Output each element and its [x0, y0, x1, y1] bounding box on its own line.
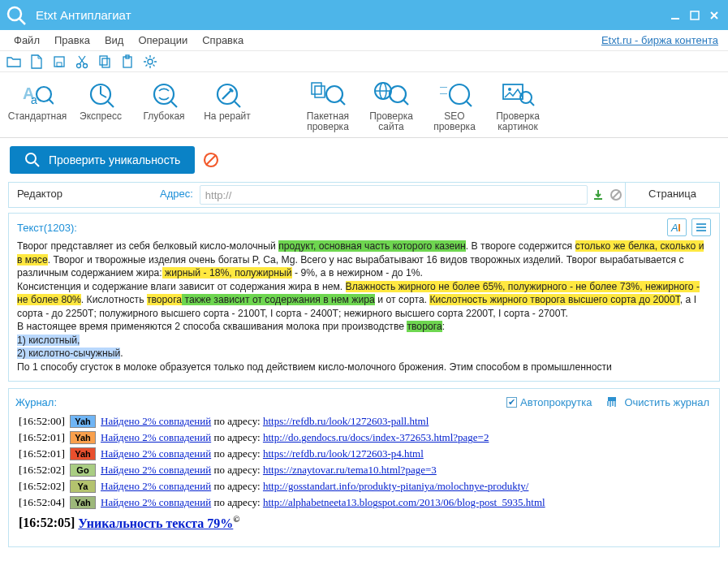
editor-panel: Текст(1203): A Творог представляет из се…: [8, 213, 720, 382]
svg-rect-12: [100, 56, 107, 65]
brush-icon: [605, 395, 619, 408]
svg-point-47: [26, 153, 36, 163]
menu-file[interactable]: Файл: [6, 32, 47, 48]
svg-point-9: [84, 63, 88, 67]
match-link[interactable]: Найдено 2% совпадений: [101, 431, 211, 443]
window-controls: [666, 6, 723, 24]
menu-view[interactable]: Вид: [97, 32, 131, 48]
match-link[interactable]: Найдено 2% совпадений: [101, 464, 211, 476]
stop-icon[interactable]: [203, 152, 219, 168]
check-uniqueness-button[interactable]: Проверить уникальность: [10, 146, 195, 174]
svg-point-25: [154, 84, 174, 104]
url-link[interactable]: http://do.gendocs.ru/docs/index-372653.h…: [263, 431, 489, 443]
url-link[interactable]: http://alphabetneeta13.blogspot.com/2013…: [263, 496, 545, 508]
mode-seo-label: SEO проверка: [425, 111, 484, 132]
autoscroll-checkbox[interactable]: ✔Автопрокрутка: [506, 396, 592, 408]
svg-line-24: [108, 101, 114, 107]
mode-batch[interactable]: Пакетная проверка: [299, 79, 357, 132]
journal-time: [16:52:02]: [19, 464, 65, 477]
engine-badge: Yah: [70, 447, 96, 460]
svg-rect-7: [57, 63, 62, 67]
svg-point-44: [508, 88, 511, 91]
engine-badge: Yah: [70, 431, 96, 444]
journal-row: [16:52:00]YahНайдено 2% совпадений по ад…: [19, 413, 709, 430]
svg-point-0: [8, 7, 21, 20]
match-link[interactable]: Найдено 2% совпадений: [101, 496, 211, 508]
external-link[interactable]: Etxt.ru - биржа контента: [601, 34, 722, 46]
svg-line-11: [79, 56, 84, 64]
svg-point-16: [148, 59, 153, 64]
match-link[interactable]: Найдено 2% совпадений: [101, 480, 211, 492]
menu-help[interactable]: Справка: [195, 32, 251, 48]
journal-time: [16:52:01]: [19, 431, 65, 444]
url-link[interactable]: http://gosstandart.info/produkty-pitaniy…: [263, 480, 528, 492]
title-bar: Etxt Антиплагиат: [0, 0, 728, 30]
svg-line-1: [19, 19, 25, 24]
journal-list: [16:52:00]YahНайдено 2% совпадений по ад…: [15, 412, 713, 532]
mode-standard[interactable]: Aa Стандартная: [8, 79, 67, 122]
menu-bar: Файл Правка Вид Операции Справка Etxt.ru…: [0, 30, 728, 51]
settings-icon[interactable]: [143, 54, 157, 69]
svg-line-26: [171, 101, 177, 107]
paste-icon[interactable]: [120, 54, 135, 69]
match-link[interactable]: Найдено 2% совпадений: [101, 447, 211, 460]
big-toolbar: Aa Стандартная Экспресс Глубокая На рера…: [0, 72, 728, 138]
mode-express[interactable]: Экспресс: [71, 79, 130, 122]
journal-row: [16:52:01]YahНайдено 2% совпадений по ад…: [19, 446, 709, 462]
maximize-button[interactable]: [686, 6, 704, 24]
menu-edit[interactable]: Правка: [47, 32, 97, 48]
address-row: Редактор Адрес: Страница: [8, 182, 720, 208]
svg-text:—: —: [440, 89, 447, 97]
svg-point-39: [450, 84, 469, 104]
close-button[interactable]: [705, 6, 723, 24]
open-folder-icon[interactable]: [6, 54, 21, 69]
journal-time: [16:52:01]: [19, 447, 65, 460]
journal-panel: Журнал: ✔Автопрокрутка Очистить журнал […: [8, 388, 720, 547]
url-link[interactable]: https://refdb.ru/look/1272603-p4.html: [263, 447, 424, 460]
match-link[interactable]: Найдено 2% совпадений: [101, 415, 211, 427]
engine-badge: Go: [70, 464, 96, 477]
new-file-icon[interactable]: [29, 54, 44, 69]
cut-icon[interactable]: [75, 54, 89, 69]
list-icon[interactable]: [691, 218, 711, 236]
svg-rect-6: [54, 57, 64, 67]
check-button-label: Проверить уникальность: [49, 153, 180, 166]
svg-line-23: [101, 94, 106, 97]
small-toolbar: [0, 51, 728, 72]
mode-deep-label: Глубокая: [143, 111, 184, 122]
address-input[interactable]: [200, 185, 588, 205]
svg-line-48: [35, 162, 39, 166]
svg-rect-59: [608, 397, 616, 401]
journal-row: [16:52:01]YahНайдено 2% совпадений по ад…: [19, 430, 709, 446]
uniqueness-result[interactable]: Уникальность текста 79%: [78, 516, 233, 530]
app-title: Etxt Антиплагиат: [32, 8, 666, 22]
svg-line-46: [530, 101, 534, 106]
svg-rect-13: [102, 58, 110, 67]
svg-text:A: A: [670, 222, 678, 234]
font-icon[interactable]: A: [667, 218, 687, 236]
svg-line-53: [613, 192, 619, 198]
menu-ops[interactable]: Операции: [131, 32, 195, 48]
url-link[interactable]: https://refdb.ru/look/1272603-pall.html: [263, 415, 429, 427]
copy-icon[interactable]: [97, 54, 112, 69]
mode-site[interactable]: Проверка сайта: [362, 79, 420, 132]
journal-row: [16:52:04]YahНайдено 2% совпадений по ад…: [19, 494, 709, 511]
page-tab[interactable]: Страница: [625, 183, 719, 207]
engine-badge: Yah: [70, 415, 96, 428]
mode-seo[interactable]: —— SEO проверка: [425, 79, 484, 132]
download-icon[interactable]: [589, 183, 607, 207]
editor-title: Текст(1203):: [17, 222, 667, 234]
url-link[interactable]: https://znaytovar.ru/tema10.html?page=3: [263, 464, 437, 476]
minimize-button[interactable]: [666, 6, 684, 24]
mode-images[interactable]: Проверка картинок: [489, 79, 547, 132]
svg-line-29: [235, 101, 240, 107]
mode-rewrite[interactable]: На рерайт: [198, 79, 256, 122]
mode-deep[interactable]: Глубокая: [135, 79, 193, 122]
clear-journal-button[interactable]: Очистить журнал: [601, 395, 713, 408]
journal-result: [16:52:05]Уникальность текста 79%©: [19, 511, 709, 530]
mode-standard-label: Стандартная: [8, 111, 67, 122]
editor-text[interactable]: Творог представляет из себя белковый кис…: [17, 240, 711, 378]
save-icon[interactable]: [52, 54, 67, 69]
block-icon[interactable]: [607, 183, 625, 207]
search-icon: [24, 152, 41, 168]
